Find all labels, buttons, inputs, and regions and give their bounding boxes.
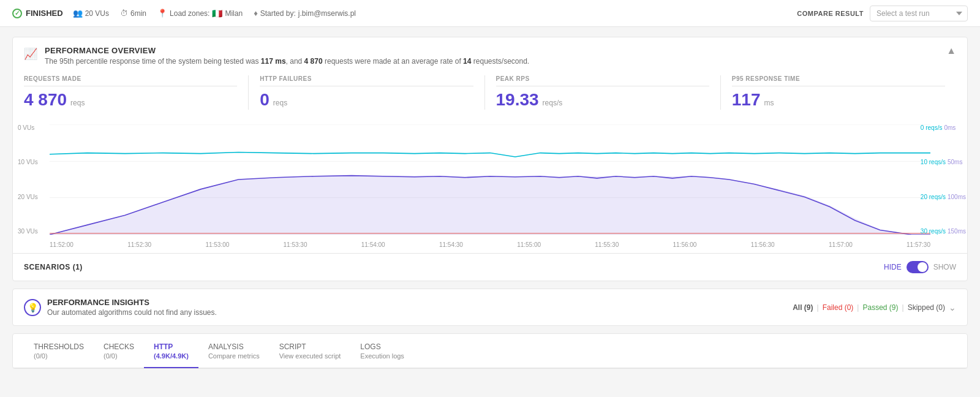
insights-filters: All (9) | Failed (0) | Passed (9) | Skip… [793, 303, 956, 312]
chart-y-labels-left: 30 VUs 20 VUs 10 VUs 0 VUs [18, 124, 38, 235]
response-time-highlight: 117 ms [261, 57, 286, 66]
tabs-row: THRESHOLDS (0/0) CHECKS (0/0) HTTP (4.9K… [13, 334, 967, 368]
stat-requests-value: 4 870 reqs [24, 90, 237, 110]
perf-overview-desc: The 95th percentile response time of the… [45, 57, 529, 66]
performance-overview-card: 📈 PERFORMANCE OVERVIEW The 95th percenti… [12, 37, 968, 281]
compare-label: COMPARE RESULT [797, 10, 864, 17]
stats-row: REQUESTS MADE 4 870 reqs HTTP FAILURES 0… [13, 72, 967, 118]
svg-marker-4 [50, 176, 930, 235]
stat-p95-response: P95 RESPONSE TIME 117 ms [721, 75, 956, 110]
stat-p95-label: P95 RESPONSE TIME [732, 75, 945, 86]
chart-x-labels: 11:52:00 11:52:30 11:53:00 11:53:30 11:5… [50, 241, 930, 248]
test-meta: 👥 20 VUs ⏱ 6min 📍 Load zones: 🇮🇹 Milan ♦… [73, 9, 356, 18]
status-badge: FINISHED [12, 9, 63, 18]
filter-skipped[interactable]: Skipped (0) [908, 303, 945, 312]
tab-script[interactable]: SCRIPT View executed script [270, 334, 351, 368]
insights-title: PERFORMANCE INSIGHTS [47, 298, 217, 307]
stat-http-failures: HTTP FAILURES 0 reqs [249, 75, 484, 110]
compare-section: COMPARE RESULT Select a test run [797, 6, 968, 21]
scenarios-title: SCENARIOS (1) [24, 263, 83, 271]
perf-overview-header: 📈 PERFORMANCE OVERVIEW The 95th percenti… [13, 37, 967, 72]
insights-card: 💡 PERFORMANCE INSIGHTS Our automated alg… [12, 289, 968, 326]
main-content: 📈 PERFORMANCE OVERVIEW The 95th percenti… [0, 27, 980, 379]
perf-overview-text: PERFORMANCE OVERVIEW The 95th percentile… [45, 46, 529, 66]
tab-logs[interactable]: LOGS Execution logs [350, 334, 414, 368]
chart-y-labels-right: 30 reqs/s 150ms 20 reqs/s 100ms 10 reqs/… [921, 124, 966, 235]
toggle-knob [918, 262, 927, 272]
status-label: FINISHED [26, 9, 63, 18]
tab-http[interactable]: HTTP (4.9K/4.9K) [144, 334, 198, 368]
filter-failed[interactable]: Failed (0) [823, 303, 854, 312]
vus-meta: 👥 20 VUs [73, 9, 109, 18]
duration-meta: ⏱ 6min [120, 9, 146, 18]
stat-failures-value: 0 reqs [260, 90, 473, 110]
insights-header: 💡 PERFORMANCE INSIGHTS Our automated alg… [13, 289, 967, 325]
toggle-switch[interactable] [907, 261, 929, 273]
location-label: Milan [225, 9, 243, 18]
users-icon: 👥 [73, 9, 83, 18]
started-by-meta: ♦ Started by: j.bim@mserwis.pl [254, 9, 356, 18]
stat-failures-label: HTTP FAILURES [260, 75, 473, 86]
started-by-value: j.bim@mserwis.pl [298, 9, 356, 18]
stat-rps-label: PEAK RPS [496, 75, 709, 86]
location-icon: 📍 [157, 9, 167, 18]
clock-icon: ⏱ [120, 9, 128, 18]
rate-highlight: 14 [463, 57, 471, 66]
chart-icon: 📈 [24, 47, 37, 61]
scenarios-controls: HIDE SHOW [884, 261, 956, 273]
scenarios-bar: SCENARIOS (1) HIDE SHOW [13, 253, 967, 281]
tab-thresholds[interactable]: THRESHOLDS (0/0) [24, 334, 94, 368]
stat-p95-value: 117 ms [732, 90, 945, 110]
collapse-button[interactable]: ▲ [946, 46, 956, 56]
chart-container: 30 VUs 20 VUs 10 VUs 0 VUs [13, 118, 967, 253]
flag-icon: 🇮🇹 [212, 9, 222, 18]
filter-passed[interactable]: Passed (9) [862, 303, 898, 312]
chart-svg [50, 124, 930, 235]
stat-peak-rps: PEAK RPS 19.33 reqs/s [485, 75, 721, 110]
user-icon: ♦ [254, 9, 258, 18]
insights-icon: 💡 [24, 299, 41, 316]
loadzone-meta: 📍 Load zones: 🇮🇹 Milan [157, 9, 243, 18]
bottom-tabs: THRESHOLDS (0/0) CHECKS (0/0) HTTP (4.9K… [12, 333, 968, 369]
insights-desc: Our automated algorithms could not find … [47, 308, 217, 317]
filter-all[interactable]: All (9) [793, 303, 813, 312]
requests-highlight: 4 870 [304, 57, 323, 66]
compare-select[interactable]: Select a test run [870, 6, 968, 21]
top-bar: FINISHED 👥 20 VUs ⏱ 6min 📍 Load zones: 🇮… [0, 0, 980, 27]
status-icon [12, 9, 22, 18]
hide-label: HIDE [884, 263, 902, 271]
stat-requests-made: REQUESTS MADE 4 870 reqs [24, 75, 249, 110]
perf-overview-title: PERFORMANCE OVERVIEW [45, 46, 529, 55]
show-label: SHOW [933, 263, 956, 271]
stat-requests-label: REQUESTS MADE [24, 75, 237, 86]
stat-rps-value: 19.33 reqs/s [496, 90, 709, 110]
tab-analysis[interactable]: ANALYSIS Compare metrics [198, 334, 270, 368]
insights-text: PERFORMANCE INSIGHTS Our automated algor… [47, 298, 217, 317]
expand-icon[interactable]: ⌄ [949, 303, 956, 312]
tab-checks[interactable]: CHECKS (0/0) [94, 334, 144, 368]
